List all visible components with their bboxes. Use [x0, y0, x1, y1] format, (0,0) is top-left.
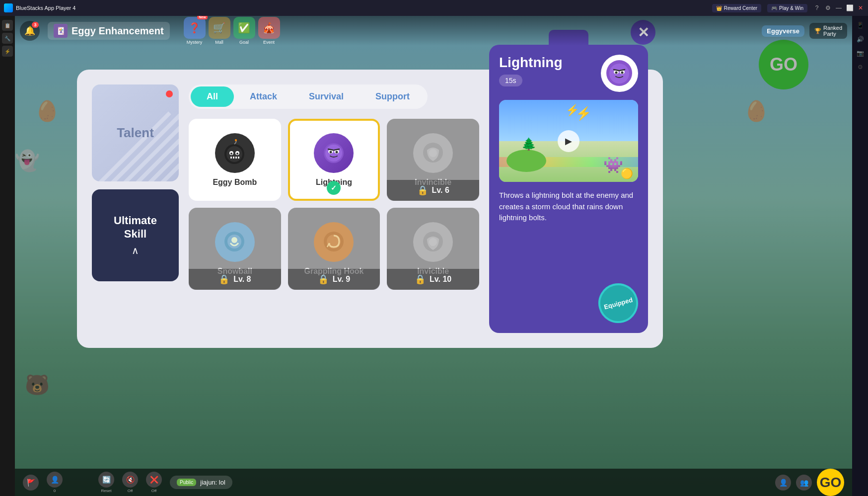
island-shape — [506, 150, 546, 172]
mystery-icon[interactable]: ❓ New — [184, 17, 206, 39]
bottom-icon-off-1[interactable]: 🔇 Off — [122, 472, 138, 493]
lock-icon-snowball: 🔒 — [218, 274, 229, 285]
svg-point-16 — [329, 151, 332, 154]
skill-card-invincible-2[interactable]: Invicible 🔒 Lv. 10 — [387, 208, 479, 290]
invincible-svg — [420, 139, 447, 166]
person-icon[interactable]: 👤 — [47, 472, 63, 488]
app-logo: BlueStacks App Player 4 — [4, 3, 75, 12]
bottom-icon-refresh[interactable]: 🔄 Reset — [98, 472, 114, 493]
video-char-yellow: 🟡 — [621, 167, 633, 179]
detail-duration-badge: 15s — [499, 75, 522, 86]
tab-support[interactable]: Support — [360, 86, 426, 107]
eggy-bomb-svg — [221, 139, 248, 166]
event-icon[interactable]: 🎪 — [258, 17, 280, 39]
svg-point-34 — [615, 72, 618, 74]
skill-card-snowball[interactable]: Snowball 🔒 Lv. 8 — [189, 208, 281, 290]
snowball-icon — [215, 222, 255, 262]
goal-icon[interactable]: ✅ — [233, 17, 255, 39]
settings-button[interactable]: ⚙ — [824, 4, 831, 11]
restore-button[interactable]: ⬜ — [846, 4, 853, 11]
mystery-label: Mystery — [187, 40, 203, 45]
lock-overlay-1: 🔒 Lv. 6 — [387, 180, 479, 201]
svg-point-31 — [609, 64, 629, 83]
tab-attack[interactable]: Attack — [234, 86, 293, 107]
svg-point-24 — [231, 237, 237, 243]
nav-goal[interactable]: ✅ Goal — [233, 17, 255, 45]
notification-badge: 3 — [32, 22, 39, 28]
lock-overlay-snowball: 🔒 Lv. 8 — [189, 269, 281, 290]
svg-rect-8 — [235, 157, 237, 159]
skill-card-grappling-hook[interactable]: Grappling Hook 🔒 Lv. 9 — [288, 208, 380, 290]
play-win-button[interactable]: 🎮 Play & Win — [767, 4, 807, 12]
eggy-enhancement-header: 🃏 Eggy Enhancement — [48, 22, 170, 40]
nav-mystery[interactable]: ❓ New Mystery — [184, 17, 206, 45]
skill-card-invincible-1[interactable]: Invincible 🔒 Lv. 6 — [387, 119, 479, 201]
snowball-svg — [221, 228, 248, 255]
lock-level-invincible-2: Lv. 10 — [430, 275, 451, 284]
minimize-button[interactable]: — — [835, 4, 842, 11]
skill-card-lightning[interactable]: Lightning ✓ — [288, 119, 380, 201]
lock-level-1: Lv. 6 — [432, 186, 449, 195]
video-play-button[interactable]: ▶ — [558, 130, 579, 152]
tab-all[interactable]: All — [191, 86, 234, 107]
refresh-icon[interactable]: 🔄 — [98, 472, 114, 488]
off-icon-1[interactable]: 🔇 — [122, 472, 138, 488]
selected-checkmark: ✓ — [327, 181, 341, 195]
eggy-bomb-name: Eggy Bomb — [213, 178, 257, 187]
mall-icon[interactable]: 🛒 — [209, 17, 230, 39]
flag-icon[interactable]: 🚩 — [23, 475, 39, 491]
bottom-icon-person[interactable]: 👤 0 — [47, 472, 63, 493]
svg-rect-9 — [238, 157, 239, 159]
skill-card-eggy-bomb[interactable]: Eggy Bomb — [189, 119, 281, 201]
ranked-party-button[interactable]: 🏆 RankedParty — [809, 23, 847, 39]
bottom-group-icon[interactable]: 👥 — [796, 475, 812, 491]
detail-panel: ✕ Lightning 15s — [489, 45, 648, 333]
svg-point-21 — [429, 149, 437, 157]
reward-crown-icon: 👑 — [716, 5, 722, 11]
video-island: 🌲 — [506, 150, 546, 172]
play-win-label: Play & Win — [779, 5, 803, 11]
right-nav-area: Eggyverse 🏆 RankedParty — [762, 23, 847, 39]
ultimate-skill-card[interactable]: UltimateSkill ∧ — [92, 189, 179, 281]
notification-area: 🔔 3 — [20, 21, 40, 41]
lock-overlay-grappling: 🔒 Lv. 9 — [288, 269, 380, 290]
nav-mall[interactable]: 🛒 Mall — [209, 17, 230, 45]
video-char-purple: 👾 — [603, 156, 623, 174]
event-label: Event — [263, 40, 275, 45]
off-label-2: Off — [151, 489, 157, 493]
svg-point-1 — [226, 146, 242, 162]
lightning-icon — [314, 133, 354, 173]
detail-title-section: Lightning 15s — [499, 55, 563, 86]
svg-point-5 — [236, 153, 238, 155]
lock-level-snowball: Lv. 8 — [233, 275, 251, 284]
off-icon-2[interactable]: ❌ — [146, 472, 162, 488]
svg-rect-7 — [233, 157, 234, 159]
eggy-header-icon: 🃏 — [54, 24, 68, 38]
reward-center-button[interactable]: 👑 Reward Center — [712, 4, 761, 12]
lightning-svg — [320, 139, 348, 166]
svg-point-10 — [235, 139, 237, 141]
titlebar: BlueStacks App Player 4 👑 Reward Center … — [0, 0, 868, 16]
lock-icon-1: 🔒 — [417, 185, 428, 196]
lock-level-grappling: Lv. 9 — [333, 275, 350, 284]
help-button[interactable]: ? — [813, 4, 820, 11]
close-button[interactable]: ✕ — [857, 4, 864, 11]
bottom-person-icon[interactable]: 👤 — [775, 475, 791, 491]
talent-card[interactable]: Talent — [92, 84, 179, 181]
svg-point-4 — [230, 153, 232, 155]
chat-bubble: Public jiajun: lol — [170, 476, 232, 489]
detail-header: Lightning 15s — [499, 55, 638, 92]
bottom-icon-off-2[interactable]: ❌ Off — [146, 472, 162, 493]
bottom-icon-flag[interactable]: 🚩 — [23, 475, 39, 491]
bottom-go-button[interactable]: GO — [817, 469, 844, 496]
tab-survival[interactable]: Survival — [293, 86, 360, 107]
goal-label: Goal — [239, 40, 249, 45]
lock-overlay-invincible-2: 🔒 Lv. 10 — [387, 269, 479, 290]
chat-public-badge: Public — [177, 479, 196, 486]
nav-event[interactable]: 🎪 Event — [258, 17, 280, 45]
ultimate-skill-label: UltimateSkill — [114, 214, 157, 241]
video-preview[interactable]: 🌲 👾 🟡 ⚡ ⚡ ▶ — [499, 100, 638, 182]
eggyverse-button[interactable]: Eggyverse — [762, 25, 804, 37]
grappling-svg — [320, 228, 348, 255]
left-panel: Talent UltimateSkill ∧ — [92, 84, 179, 333]
